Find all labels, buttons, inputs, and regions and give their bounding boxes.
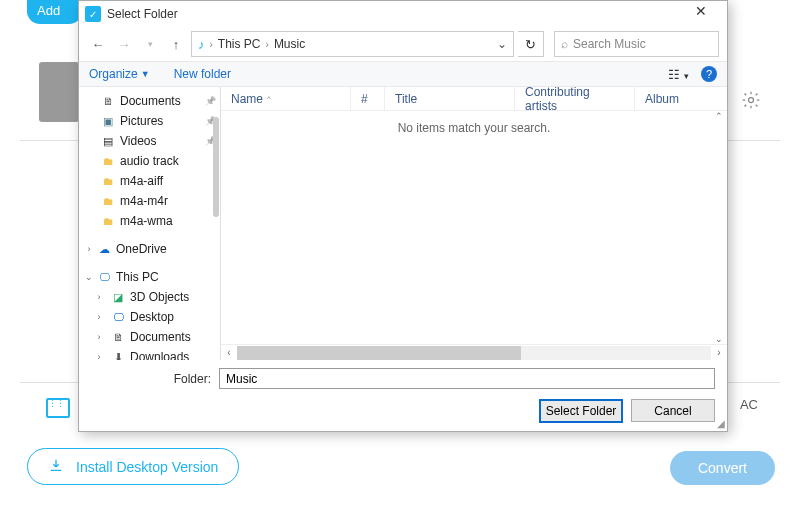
tree-label: audio track bbox=[120, 154, 179, 168]
settings-gear-icon[interactable] bbox=[741, 90, 765, 114]
search-input[interactable]: ⌕ Search Music bbox=[554, 31, 719, 57]
tree-m4aaiff[interactable]: 🖿m4a-aiff bbox=[79, 171, 220, 191]
expand-icon[interactable]: › bbox=[83, 244, 95, 254]
video-icon: ▤ bbox=[101, 134, 115, 148]
tree-label: m4a-wma bbox=[120, 214, 173, 228]
refresh-button[interactable]: ↻ bbox=[518, 31, 544, 57]
close-button[interactable]: ✕ bbox=[681, 3, 721, 25]
dialog-footer: Folder: Select Folder Cancel bbox=[79, 360, 727, 431]
chevron-right-icon: › bbox=[210, 39, 213, 50]
document-icon: 🗎 bbox=[111, 330, 125, 344]
view-menu[interactable]: ☷ ▾ bbox=[668, 67, 689, 82]
bg-video-thumb bbox=[39, 62, 79, 122]
navbar: ← → ▾ ↑ ♪ › This PC › Music ⌄ ↻ ⌕ Search… bbox=[79, 27, 727, 61]
film-icon bbox=[46, 398, 70, 418]
expand-icon[interactable]: › bbox=[93, 332, 105, 342]
collapse-icon[interactable]: ⌄ bbox=[83, 272, 95, 282]
tree-label: m4a-m4r bbox=[120, 194, 168, 208]
search-placeholder: Search Music bbox=[573, 37, 646, 51]
scroll-right-icon[interactable]: › bbox=[711, 347, 727, 358]
tree-label: Pictures bbox=[120, 114, 163, 128]
crumb-music[interactable]: Music bbox=[274, 37, 305, 51]
folder-icon: 🖿 bbox=[101, 174, 115, 188]
tree-thispc[interactable]: ⌄🖵This PC bbox=[79, 267, 220, 287]
tree-3dobjects[interactable]: ›◪3D Objects bbox=[79, 287, 220, 307]
download-icon: ⬇ bbox=[111, 350, 125, 360]
empty-message: No items match your search. bbox=[398, 121, 551, 135]
folder-icon: 🖿 bbox=[101, 194, 115, 208]
tree-desktop[interactable]: ›🖵Desktop bbox=[79, 307, 220, 327]
folder-input[interactable] bbox=[219, 368, 715, 389]
help-button[interactable]: ? bbox=[701, 66, 717, 82]
col-name[interactable]: Name^ bbox=[221, 87, 351, 110]
col-title[interactable]: Title bbox=[385, 87, 515, 110]
cancel-button[interactable]: Cancel bbox=[631, 399, 715, 422]
new-folder-button[interactable]: New folder bbox=[174, 67, 231, 81]
scroll-left-icon[interactable]: ‹ bbox=[221, 347, 237, 358]
tree-documents2[interactable]: ›🗎Documents bbox=[79, 327, 220, 347]
sort-asc-icon: ^ bbox=[267, 94, 271, 103]
tree-label: Documents bbox=[120, 94, 181, 108]
tree-scrollbar[interactable] bbox=[212, 87, 220, 360]
organize-menu[interactable]: Organize ▼ bbox=[89, 67, 150, 81]
col-artists[interactable]: Contributing artists bbox=[515, 87, 635, 110]
resize-grip-icon[interactable]: ◢ bbox=[717, 418, 725, 429]
folder-icon: 🖿 bbox=[101, 214, 115, 228]
chevron-down-icon: ▼ bbox=[141, 69, 150, 79]
toolbar: Organize ▼ New folder ☷ ▾ ? bbox=[79, 61, 727, 87]
tree-onedrive[interactable]: ›☁OneDrive bbox=[79, 239, 220, 259]
file-list[interactable]: No items match your search. ⌃⌄ bbox=[221, 111, 727, 344]
app-icon: ✓ bbox=[85, 6, 101, 22]
expand-icon[interactable]: › bbox=[93, 352, 105, 360]
column-headers: Name^ # Title Contributing artists Album bbox=[221, 87, 727, 111]
bg-format-hint: AC bbox=[740, 397, 758, 412]
tree-label: OneDrive bbox=[116, 242, 167, 256]
tree-videos[interactable]: ▤Videos bbox=[79, 131, 220, 151]
convert-button[interactable]: Convert bbox=[670, 451, 775, 485]
scroll-thumb[interactable] bbox=[237, 346, 521, 360]
folder-label: Folder: bbox=[91, 372, 211, 386]
tree-downloads[interactable]: ›⬇Downloads bbox=[79, 347, 220, 360]
install-desktop-button[interactable]: Install Desktop Version bbox=[27, 448, 239, 485]
tree-label: Documents bbox=[130, 330, 191, 344]
forward-button[interactable]: → bbox=[113, 33, 135, 55]
list-hscrollbar[interactable]: ‹ › bbox=[221, 344, 727, 360]
folder-tree[interactable]: 🗎Documents ▣Pictures ▤Videos 🖿audio trac… bbox=[79, 87, 221, 360]
tree-label: This PC bbox=[116, 270, 159, 284]
select-folder-button[interactable]: Select Folder bbox=[539, 399, 623, 423]
dialog-title: Select Folder bbox=[107, 7, 681, 21]
tree-audiotrack[interactable]: 🖿audio track bbox=[79, 151, 220, 171]
picture-icon: ▣ bbox=[101, 114, 115, 128]
recent-dropdown[interactable]: ▾ bbox=[139, 33, 161, 55]
expand-icon[interactable]: › bbox=[93, 312, 105, 322]
tree-pictures[interactable]: ▣Pictures bbox=[79, 111, 220, 131]
tree-label: Downloads bbox=[130, 350, 189, 360]
col-num[interactable]: # bbox=[351, 87, 385, 110]
expand-icon[interactable]: › bbox=[93, 292, 105, 302]
col-label: Name bbox=[231, 92, 263, 106]
download-icon bbox=[48, 457, 64, 476]
breadcrumb[interactable]: ♪ › This PC › Music ⌄ bbox=[191, 31, 514, 57]
back-button[interactable]: ← bbox=[87, 33, 109, 55]
3d-icon: ◪ bbox=[111, 290, 125, 304]
scroll-track[interactable] bbox=[237, 346, 711, 360]
tree-label: m4a-aiff bbox=[120, 174, 163, 188]
tree-label: Videos bbox=[120, 134, 156, 148]
dialog-body: 🗎Documents ▣Pictures ▤Videos 🖿audio trac… bbox=[79, 87, 727, 360]
tree-label: Desktop bbox=[130, 310, 174, 324]
breadcrumb-dropdown-icon[interactable]: ⌄ bbox=[497, 37, 507, 51]
tree-label: 3D Objects bbox=[130, 290, 189, 304]
file-list-area: Name^ # Title Contributing artists Album… bbox=[221, 87, 727, 360]
up-button[interactable]: ↑ bbox=[165, 33, 187, 55]
tree-documents[interactable]: 🗎Documents bbox=[79, 91, 220, 111]
select-folder-dialog: ✓ Select Folder ✕ ← → ▾ ↑ ♪ › This PC › … bbox=[78, 0, 728, 432]
tree-m4am4r[interactable]: 🖿m4a-m4r bbox=[79, 191, 220, 211]
crumb-thispc[interactable]: This PC bbox=[218, 37, 261, 51]
list-vscrollbar[interactable]: ⌃⌄ bbox=[711, 111, 727, 344]
cloud-icon: ☁ bbox=[97, 242, 111, 256]
tree-m4awma[interactable]: 🖿m4a-wma bbox=[79, 211, 220, 231]
col-album[interactable]: Album bbox=[635, 87, 727, 110]
organize-label: Organize bbox=[89, 67, 138, 81]
bg-add-button[interactable]: Add bbox=[27, 0, 82, 24]
desktop-icon: 🖵 bbox=[111, 310, 125, 324]
